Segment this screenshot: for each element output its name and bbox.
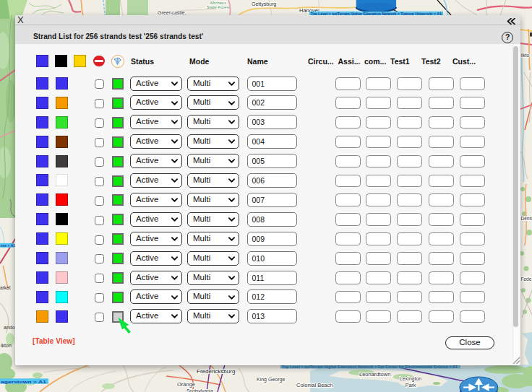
svg-text:Fredericksburg: Fredericksburg (197, 368, 235, 375)
svg-text:Fede: Fede (521, 276, 532, 282)
svg-text:ilkto: ilkto (521, 53, 530, 58)
svg-text:Gettysburg: Gettysburg (252, 1, 276, 7)
svg-text:Park: Park (406, 383, 416, 388)
svg-text:agerstown > A1: agerstown > A1 (1, 380, 47, 384)
svg-text:Colonial Beach: Colonial Beach (296, 382, 332, 388)
svg-text:Orange: Orange (177, 381, 195, 388)
svg-text:ando: ando (4, 325, 15, 330)
svg-text:Michaux: Michaux (210, 1, 227, 5)
svg-text:King George: King George (257, 377, 285, 383)
svg-text:Dento: Dento (521, 216, 532, 221)
svg-text:ove > A1: ove > A1 (1, 243, 16, 248)
svg-text:arket: arket (0, 285, 11, 290)
svg-text:Spotsylvania: Spotsylvania (186, 388, 213, 392)
svg-text:State Forest: State Forest (207, 5, 231, 9)
svg-text:lkton: lkton (1, 343, 12, 348)
svg-text:Lexington: Lexington (400, 376, 421, 382)
svg-text:Leonardtown: Leonardtown (359, 371, 390, 378)
